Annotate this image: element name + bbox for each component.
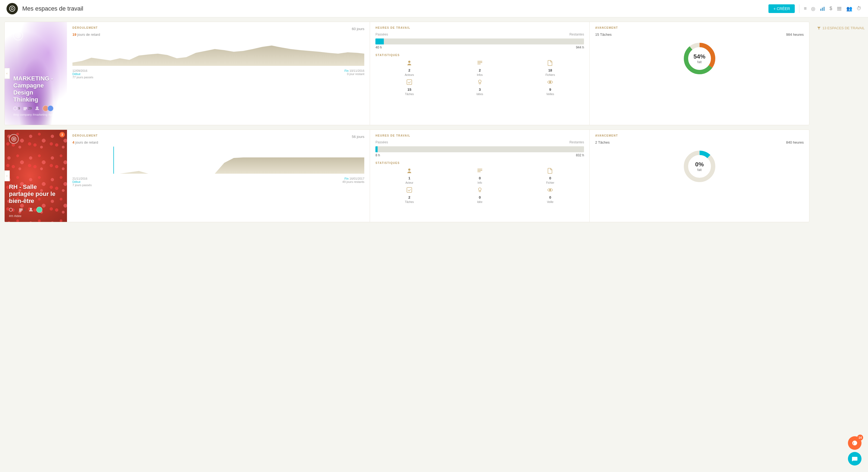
header: Mes espaces de travail + CRÉER ≡ ◎ $ 👥 ⏱	[0, 0, 868, 18]
svg-rect-15	[477, 61, 482, 62]
info-count: 29	[23, 106, 32, 110]
svg-rect-29	[19, 209, 23, 209]
task-count: 9	[13, 106, 20, 110]
info-icon-rh	[477, 168, 483, 175]
svg-rect-17	[477, 64, 480, 64]
delay-text-rh: 4 jours de retard	[72, 140, 364, 144]
svg-rect-33	[477, 169, 482, 169]
fab-main-button[interactable]	[848, 452, 862, 466]
svg-point-10	[13, 107, 17, 110]
progress-fill-rh	[375, 146, 378, 152]
section-heures-marketing: HEURES DE TRAVAIL Passées Restantes 40 h…	[370, 22, 590, 125]
project-logo-rh	[9, 134, 19, 144]
heures-header-rh: Passées Restantes	[375, 140, 584, 144]
project-meta-row-rh: 1 2	[9, 207, 63, 213]
svg-point-21	[550, 81, 551, 83]
filter-label[interactable]: 13 ESPACES DE TRAVAIL	[817, 26, 865, 30]
page-title: Mes espaces de travail	[22, 5, 769, 12]
svg-rect-35	[477, 171, 480, 172]
current-day-line	[113, 146, 114, 174]
stat-acteurs: 2 Acteurs	[375, 60, 443, 76]
svg-point-28	[9, 208, 12, 211]
filter-icon	[817, 26, 821, 30]
app-logo[interactable]	[6, 3, 18, 14]
donut-wrap: 54% fait	[682, 41, 717, 76]
project-title-marketing: MARKETING - Campagne Design Thinking	[13, 75, 58, 103]
fichier-icon-rh	[547, 168, 553, 175]
stat-idees: 3 Idées	[446, 79, 514, 96]
project-card-rh: 3 RH - Salle partagée pour le bien	[4, 130, 809, 222]
svg-rect-7	[837, 10, 841, 10]
project-thumb-rh[interactable]: 3 RH - Salle partagée pour le bien	[5, 130, 67, 222]
chart-area-rh	[72, 146, 364, 174]
avatar-group	[42, 105, 54, 111]
svg-point-0	[9, 6, 15, 11]
svg-marker-14	[72, 45, 364, 66]
svg-rect-16	[477, 62, 482, 63]
donut-container-rh: 0% fait	[595, 149, 804, 184]
infos-icon	[477, 60, 483, 67]
svg-rect-11	[24, 107, 27, 108]
sidebar-right: 13 ESPACES DE TRAVAIL	[814, 22, 868, 468]
list-icon[interactable]	[837, 6, 842, 11]
stats-grid-marketing: 2 Acteurs 2	[375, 60, 584, 96]
menu-icon[interactable]: ≡	[804, 6, 807, 11]
avatar-group-rh	[36, 207, 42, 213]
thumb-top-rh	[9, 134, 63, 144]
dollar-icon[interactable]: $	[830, 6, 832, 11]
chevron-left-rh[interactable]: ‹	[4, 170, 10, 181]
veilles-icon	[547, 79, 553, 87]
section-avancement-marketing: AVANCEMENT 15 Tâches 984 heures	[590, 22, 809, 125]
clock-icon[interactable]: ⏱	[857, 6, 862, 11]
delay-text: 19 jours de retard	[72, 33, 364, 37]
stat-veilles: 9 Veilles	[517, 79, 584, 96]
chevron-left[interactable]: ‹	[4, 68, 10, 79]
donut-text-rh: 0% fait	[695, 161, 704, 172]
svg-rect-34	[477, 170, 482, 171]
avatar	[48, 105, 54, 111]
svg-rect-31	[19, 211, 22, 211]
donut-text-marketing: 54% fait	[693, 53, 706, 64]
svg-rect-13	[24, 109, 26, 110]
stat-info-rh: 0 Info	[446, 168, 514, 184]
svg-point-26	[12, 137, 16, 141]
svg-rect-5	[837, 7, 841, 8]
heures-header: Passées Restantes	[375, 33, 584, 36]
thumb-top	[13, 31, 58, 40]
chart-icon[interactable]	[820, 6, 825, 11]
progress-labels: 40 h 944 h	[375, 45, 584, 49]
stat-veille-rh: 0 Veille	[517, 187, 584, 203]
section-deroulement-marketing: DÉROULEMENT 60 jours 19 jours de retard	[67, 22, 370, 125]
stat-taches-rh: 2 Tâches	[375, 187, 443, 203]
projects-list: MARKETING - Campagne Design Thinking 9 2…	[0, 22, 814, 468]
project-logo	[13, 31, 23, 40]
idees-icon	[477, 79, 483, 87]
stat-fichier-rh: 0 Fichier	[517, 168, 584, 184]
stat-idee-rh: 0 Idée	[446, 187, 514, 203]
avancement-header-rh: 2 Tâches 840 heures	[595, 140, 804, 144]
people-icon[interactable]: 👥	[846, 6, 852, 12]
section-heures-rh: HEURES DE TRAVAIL Passées Restantes 8 h …	[370, 130, 590, 222]
acteur-icon-rh	[406, 168, 412, 175]
taches-icon	[406, 79, 412, 87]
info-count-rh: 2	[19, 208, 26, 212]
avatar	[36, 207, 42, 213]
progress-bar-marketing	[375, 38, 584, 44]
create-button[interactable]: + CRÉER	[769, 4, 795, 13]
target-icon[interactable]: ◎	[811, 6, 815, 12]
donut-wrap-rh: 0% fait	[682, 149, 717, 184]
card-details-rh: DÉROULEMENT 56 jours 4 jours de retard	[67, 130, 809, 222]
fab-badge: 14	[857, 435, 863, 441]
project-thumb-marketing[interactable]: MARKETING - Campagne Design Thinking 9 2…	[5, 22, 67, 125]
acteurs-icon	[406, 60, 412, 67]
stat-acteur-rh: 1 Acteur	[375, 168, 443, 184]
project-meta-row: 9 29	[13, 105, 58, 111]
task-count-rh: 1	[9, 208, 16, 212]
main-content: MARKETING - Campagne Design Thinking 9 2…	[0, 18, 868, 472]
fab-secondary-button[interactable]: 14 i	[848, 436, 862, 450]
chart-dates-rh: 21/11/2016 Début 7 jours passés Fin 16/0…	[72, 177, 364, 187]
svg-point-1	[11, 8, 13, 10]
svg-point-19	[478, 80, 481, 82]
avancement-header-marketing: 15 Tâches 984 heures	[595, 33, 804, 37]
project-card-marketing: MARKETING - Campagne Design Thinking 9 2…	[4, 22, 809, 125]
